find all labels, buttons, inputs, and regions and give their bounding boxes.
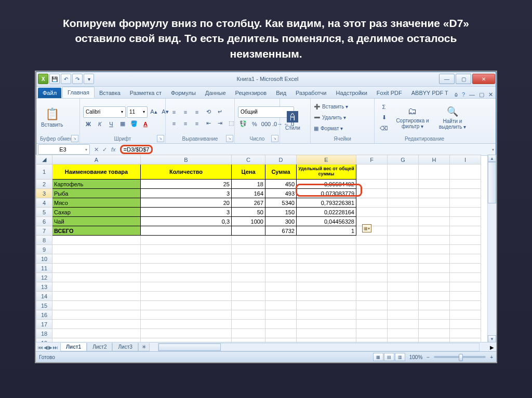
cell[interactable]: [232, 264, 265, 273]
cell[interactable]: Сумма: [265, 164, 297, 180]
col-header[interactable]: F: [356, 155, 388, 164]
cell[interactable]: [450, 217, 481, 226]
cell[interactable]: [450, 292, 481, 301]
cell[interactable]: [297, 273, 356, 282]
new-sheet-icon[interactable]: ✳: [138, 343, 150, 351]
cell[interactable]: [141, 292, 232, 301]
cell[interactable]: [356, 236, 388, 245]
percent-icon[interactable]: %: [249, 119, 260, 129]
cell[interactable]: [141, 273, 232, 282]
cell[interactable]: 0,04456328: [297, 217, 356, 226]
styles-button[interactable]: 🅰Стили: [283, 109, 302, 132]
cell[interactable]: [388, 292, 419, 301]
view-pagebreak-icon[interactable]: ▥: [395, 353, 405, 361]
col-header[interactable]: G: [388, 155, 419, 164]
slider-thumb[interactable]: [459, 354, 463, 361]
tab-nav-prev-icon[interactable]: ◀: [44, 345, 48, 350]
cell[interactable]: [265, 320, 297, 329]
view-normal-icon[interactable]: ▦: [373, 353, 383, 361]
cell[interactable]: [450, 264, 481, 273]
cell[interactable]: [450, 164, 481, 180]
clear-icon[interactable]: ⌫: [378, 123, 390, 134]
row-header[interactable]: 11: [36, 264, 52, 273]
dialog-launcher-icon[interactable]: ↘: [226, 135, 233, 142]
sort-filter-button[interactable]: 🗂Сортировка и фильтр ▾: [392, 105, 433, 130]
sheet-tab[interactable]: Лист3: [112, 343, 138, 351]
row-header[interactable]: 8: [36, 236, 52, 245]
cell[interactable]: 1000: [232, 217, 265, 226]
cell[interactable]: [419, 282, 450, 292]
view-layout-icon[interactable]: ▤: [384, 353, 394, 361]
cell[interactable]: [52, 273, 141, 282]
cell[interactable]: [450, 236, 481, 245]
cell[interactable]: [450, 329, 481, 338]
row-header[interactable]: 4: [36, 198, 52, 208]
cell[interactable]: [388, 273, 419, 282]
cell[interactable]: [52, 301, 141, 310]
cell[interactable]: 300: [265, 217, 297, 226]
cell[interactable]: [232, 254, 265, 264]
cell[interactable]: [232, 282, 265, 292]
cell[interactable]: [141, 236, 232, 245]
cell[interactable]: [232, 329, 265, 338]
cell[interactable]: [419, 329, 450, 338]
row-header[interactable]: 13: [36, 282, 52, 292]
col-header[interactable]: D: [265, 155, 297, 164]
cell[interactable]: [419, 180, 450, 189]
cell[interactable]: [419, 208, 450, 217]
tab-nav-next-icon[interactable]: ▶: [48, 345, 52, 350]
cell[interactable]: [232, 310, 265, 320]
dialog-launcher-icon[interactable]: ↘: [71, 135, 78, 142]
scroll-down-icon[interactable]: ▼: [488, 335, 496, 342]
font-size-select[interactable]: 11▾: [127, 106, 148, 118]
cell[interactable]: 0,073083779: [297, 189, 356, 198]
cell[interactable]: 1: [297, 226, 356, 236]
row-header[interactable]: 17: [36, 320, 52, 329]
cell[interactable]: 6732: [265, 226, 297, 236]
scroll-thumb[interactable]: [158, 344, 221, 351]
cell[interactable]: [265, 273, 297, 282]
cell[interactable]: [388, 236, 419, 245]
cell[interactable]: [232, 236, 265, 245]
row-header[interactable]: 5: [36, 208, 52, 217]
autosum-icon[interactable]: Σ: [378, 102, 390, 112]
cell[interactable]: [356, 198, 388, 208]
cell[interactable]: [356, 208, 388, 217]
cell[interactable]: [232, 245, 265, 254]
cell[interactable]: [388, 164, 419, 180]
cell[interactable]: [297, 301, 356, 310]
underline-button[interactable]: Ч: [106, 119, 116, 129]
cell[interactable]: ВСЕГО: [52, 226, 141, 236]
cell[interactable]: [450, 301, 481, 310]
cell[interactable]: [419, 226, 450, 236]
sheet-tab[interactable]: Лист1: [60, 343, 87, 351]
cell[interactable]: [356, 217, 388, 226]
cell[interactable]: [232, 301, 265, 310]
cell[interactable]: Чай: [52, 217, 141, 226]
cell[interactable]: [388, 189, 419, 198]
cell[interactable]: 50: [232, 208, 265, 217]
cell[interactable]: [419, 292, 450, 301]
cell[interactable]: [419, 189, 450, 198]
cell[interactable]: [232, 226, 265, 236]
cell[interactable]: [232, 273, 265, 282]
cell[interactable]: [52, 320, 141, 329]
cell[interactable]: [141, 254, 232, 264]
cell[interactable]: [356, 264, 388, 273]
cell[interactable]: [232, 320, 265, 329]
cell[interactable]: 3: [141, 208, 232, 217]
cell[interactable]: [141, 310, 232, 320]
cell[interactable]: [388, 282, 419, 292]
cell[interactable]: [388, 301, 419, 310]
cell[interactable]: 164: [232, 189, 265, 198]
cell[interactable]: 150: [265, 208, 297, 217]
cell[interactable]: [450, 226, 481, 236]
bold-button[interactable]: Ж: [83, 119, 94, 129]
col-header[interactable]: B: [141, 155, 232, 164]
col-header[interactable]: C: [232, 155, 265, 164]
dialog-launcher-icon[interactable]: ↘: [271, 135, 278, 142]
row-header[interactable]: 10: [36, 254, 52, 264]
row-header[interactable]: 16: [36, 310, 52, 320]
comma-icon[interactable]: 000: [261, 119, 271, 129]
cell[interactable]: [356, 273, 388, 282]
